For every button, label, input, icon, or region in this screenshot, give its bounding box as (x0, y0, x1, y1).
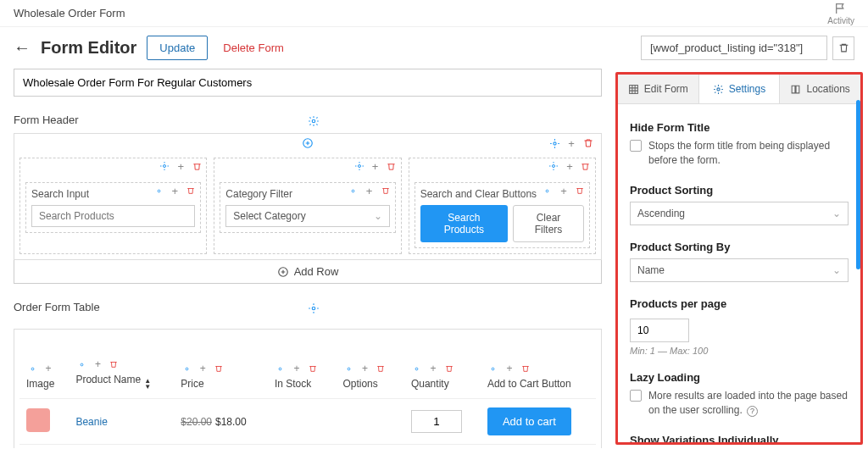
svg-point-6 (352, 190, 354, 192)
shortcode-input[interactable] (641, 36, 827, 60)
add-to-cart-button[interactable]: Add to cart (487, 407, 571, 435)
column-category: + + Category Filter Select Category⌄ (214, 158, 401, 254)
per-page-hint: Min: 1 — Max: 100 (630, 346, 849, 356)
col-options[interactable]: +Options (336, 353, 404, 399)
add-icon[interactable] (302, 137, 314, 149)
gear-icon[interactable] (542, 185, 554, 197)
plus-icon[interactable]: + (370, 160, 381, 172)
old-price: $20.00 (181, 416, 212, 428)
lazy-loading-heading: Lazy Loading (630, 371, 849, 384)
product-name-link[interactable]: Beanie (75, 416, 107, 428)
hide-title-heading: Hide Form Title (630, 121, 849, 134)
svg-point-14 (280, 368, 282, 370)
plus-icon[interactable]: + (565, 137, 577, 149)
gear-icon[interactable] (308, 115, 320, 127)
svg-point-13 (186, 368, 188, 370)
plus-icon[interactable]: + (169, 185, 181, 197)
svg-point-3 (164, 165, 166, 168)
plus-icon[interactable]: + (564, 160, 576, 172)
clear-filters-button[interactable]: Clear Filters (513, 205, 584, 242)
svg-point-7 (552, 165, 554, 168)
chevron-down-icon: ⌄ (374, 210, 382, 222)
help-icon[interactable]: ? (747, 406, 758, 417)
book-icon (790, 84, 801, 95)
sort-icon[interactable]: ▲▼ (144, 378, 151, 390)
gear-icon[interactable] (153, 185, 164, 197)
gear-icon[interactable] (548, 160, 559, 172)
products-per-page-input[interactable] (630, 319, 689, 342)
form-title-input[interactable] (14, 69, 602, 97)
svg-point-5 (358, 165, 360, 168)
search-products-input[interactable] (31, 205, 195, 227)
col-product-name[interactable]: +Product Name▲▼ (69, 353, 174, 399)
order-table-panel: +Image +Product Name▲▼ +Price +In Stock … (14, 329, 602, 448)
chevron-down-icon: ⌄ (832, 208, 841, 219)
chevron-down-icon: ⌄ (832, 264, 841, 276)
product-thumb (26, 408, 50, 432)
col-image[interactable]: +Image (19, 353, 69, 399)
trash-icon[interactable] (191, 160, 203, 172)
column-search: + + Search Input (19, 158, 207, 254)
svg-rect-18 (629, 85, 637, 93)
col-price[interactable]: +Price (174, 353, 268, 399)
product-sorting-select[interactable]: Ascending⌄ (630, 202, 849, 225)
table-row: Beanie with (19, 445, 596, 449)
product-sorting-by-select[interactable]: Name⌄ (630, 258, 849, 282)
column-buttons: + + Search and Clear Buttons Search Prod… (409, 158, 596, 254)
order-form-table-label: Order Form Table (14, 301, 100, 313)
gear-icon[interactable] (353, 160, 365, 172)
hide-title-desc: Stops the form title from being displaye… (648, 139, 849, 169)
quantity-input[interactable] (411, 410, 462, 433)
svg-point-4 (158, 190, 160, 192)
search-products-button[interactable]: Search Products (420, 205, 508, 242)
app-title: Wholesale Order Form (14, 7, 125, 19)
plus-circle-icon (277, 266, 289, 278)
svg-point-0 (312, 119, 315, 123)
trash-icon (838, 42, 849, 53)
gear-icon[interactable] (548, 137, 560, 149)
delete-form-link[interactable]: Delete Form (223, 42, 284, 54)
trash-icon[interactable] (574, 185, 586, 197)
gear-icon[interactable] (159, 160, 170, 172)
gear-icon[interactable] (348, 185, 359, 197)
lazy-loading-desc: More results are loaded into the page ba… (648, 389, 849, 419)
add-row-button[interactable]: Add Row (14, 259, 602, 284)
svg-point-11 (31, 368, 34, 370)
page-title: Form Editor (41, 38, 136, 58)
trash-icon[interactable] (580, 160, 592, 172)
hide-title-checkbox[interactable] (630, 140, 642, 152)
trash-icon[interactable] (386, 160, 398, 172)
activity-button[interactable]: Activity (827, 2, 854, 25)
table-row: Beanie $20.00$18.00 Add to cart (19, 399, 596, 445)
gear-icon (713, 84, 724, 95)
delete-shortcode-button[interactable] (832, 36, 854, 60)
tab-locations[interactable]: Locations (780, 75, 860, 103)
trash-icon[interactable] (380, 185, 392, 197)
plus-icon[interactable]: + (364, 185, 376, 197)
lazy-loading-checkbox[interactable] (630, 390, 642, 402)
grid-icon (628, 84, 639, 95)
col-add-to-cart[interactable]: +Add to Cart Button (481, 353, 596, 399)
update-button[interactable]: Update (147, 36, 208, 60)
back-arrow-icon[interactable]: ← (14, 38, 31, 58)
svg-point-19 (717, 87, 720, 90)
plus-icon[interactable]: + (558, 185, 570, 197)
tab-edit-form[interactable]: Edit Form (618, 75, 699, 103)
svg-point-2 (553, 141, 555, 144)
product-sorting-by-heading: Product Sorting By (630, 241, 849, 253)
form-header-panel: + + + Search I (14, 133, 602, 260)
col-instock[interactable]: +In Stock (268, 353, 337, 399)
gear-icon[interactable] (308, 302, 320, 314)
category-select[interactable]: Select Category⌄ (225, 205, 389, 227)
product-sorting-heading: Product Sorting (630, 184, 849, 197)
col-quantity[interactable]: +Quantity (404, 353, 481, 399)
svg-point-15 (348, 368, 350, 370)
svg-point-12 (81, 363, 83, 366)
price: $18.00 (215, 416, 247, 428)
trash-icon[interactable] (582, 137, 594, 149)
form-header-label: Form Header (14, 114, 79, 126)
trash-icon[interactable] (185, 185, 197, 197)
tab-settings[interactable]: Settings (699, 75, 781, 103)
svg-point-17 (492, 368, 495, 370)
plus-icon[interactable]: + (175, 160, 186, 172)
